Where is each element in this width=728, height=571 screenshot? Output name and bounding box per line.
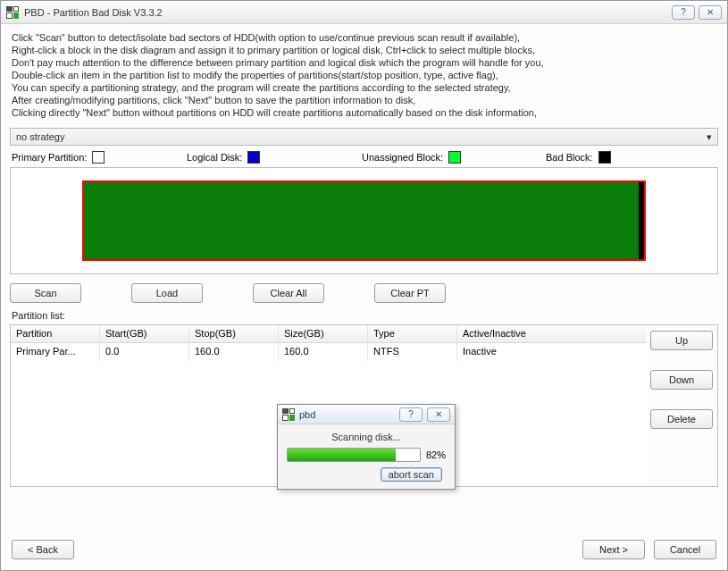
next-button[interactable]: Next > [582, 540, 645, 559]
legend-unassigned-label: Unassigned Block: [362, 152, 443, 163]
disk-diagram[interactable] [82, 181, 646, 261]
dialog-close-button[interactable]: ✕ [427, 407, 450, 422]
td-active: Inactive [457, 343, 646, 361]
cancel-button[interactable]: Cancel [654, 540, 716, 559]
legend-bad-swatch [598, 151, 611, 164]
dialog-title: pbd [299, 409, 395, 420]
legend-unassigned-swatch [448, 151, 461, 164]
legend-bad-label: Bad Block: [546, 152, 593, 163]
instruction-line: Clicking directly "Next" button without … [12, 106, 718, 119]
instruction-line: Click "Scan" button to detect/isolate ba… [12, 31, 718, 44]
instruction-line: You can specify a partitioning strategy,… [12, 81, 718, 94]
table-row[interactable]: Primary Par... 0.0 160.0 160.0 NTFS Inac… [11, 343, 646, 361]
scan-status-text: Scanning disk... [331, 432, 401, 442]
action-button-row: Scan Load Clear All Clear PT [10, 283, 718, 303]
strategy-selected-value: no strategy [11, 129, 701, 145]
legend-primary-swatch [92, 151, 105, 164]
instruction-line: After creating/modifying partitions, cli… [12, 94, 718, 106]
th-size[interactable]: Size(GB) [279, 325, 368, 342]
dialog-titlebar: pbd ? ✕ [278, 405, 455, 424]
wizard-footer: < Back Next > Cancel [10, 531, 718, 561]
disk-block-bad[interactable] [639, 182, 644, 259]
clear-pt-button[interactable]: Clear PT [374, 283, 446, 303]
partition-list-label: Partition list: [12, 310, 718, 321]
scan-progress-dialog: pbd ? ✕ Scanning disk... 82% abort scan [277, 404, 456, 490]
close-button[interactable]: ✕ [699, 5, 722, 20]
delete-button[interactable]: Delete [650, 409, 713, 429]
legend-logical-label: Logical Disk: [187, 152, 242, 163]
load-button[interactable]: Load [131, 283, 203, 303]
help-button[interactable]: ? [672, 5, 695, 20]
th-active[interactable]: Active/Inactive [457, 325, 646, 342]
table-side-buttons: Up Down Delete [646, 325, 717, 486]
td-partition: Primary Par... [11, 343, 100, 361]
dialog-help-button[interactable]: ? [399, 407, 423, 422]
chevron-down-icon: ▾ [701, 129, 717, 145]
td-size: 160.0 [279, 343, 368, 361]
disk-diagram-container [10, 167, 718, 274]
down-button[interactable]: Down [650, 370, 713, 390]
abort-scan-button[interactable]: abort scan [381, 467, 442, 482]
dialog-body: Scanning disk... 82% abort scan [278, 424, 455, 489]
back-button[interactable]: < Back [12, 540, 74, 559]
app-icon [6, 6, 19, 19]
window-controls: ? ✕ [672, 5, 722, 20]
instruction-line: Right-click a block in the disk diagram … [12, 44, 718, 56]
clear-all-button[interactable]: Clear All [253, 283, 324, 303]
titlebar: PBD - Partition Bad Disk V3.3.2 ? ✕ [1, 1, 727, 24]
window-title: PBD - Partition Bad Disk V3.3.2 [24, 7, 666, 18]
progress-percent: 82% [426, 449, 446, 460]
progress-bar [287, 448, 421, 462]
th-start[interactable]: Start(GB) [100, 325, 189, 342]
scan-button[interactable]: Scan [10, 283, 81, 303]
progress-fill [288, 449, 396, 461]
up-button[interactable]: Up [650, 331, 713, 350]
th-type[interactable]: Type [368, 325, 457, 342]
app-icon [282, 408, 295, 421]
td-type: NTFS [368, 343, 457, 361]
disk-block-primary[interactable] [84, 182, 639, 259]
instruction-line: Don't pay much attention to the differen… [12, 56, 718, 69]
th-partition[interactable]: Partition [11, 325, 100, 342]
td-stop: 160.0 [189, 343, 279, 361]
legend-primary-label: Primary Partition: [12, 152, 87, 163]
legend-logical-swatch [247, 151, 260, 164]
instruction-line: Double-click an item in the partition li… [12, 69, 718, 81]
th-stop[interactable]: Stop(GB) [189, 325, 279, 342]
table-header: Partition Start(GB) Stop(GB) Size(GB) Ty… [11, 325, 646, 343]
strategy-dropdown[interactable]: no strategy ▾ [10, 128, 718, 146]
instructions-text: Click "Scan" button to detect/isolate ba… [12, 31, 718, 119]
td-start: 0.0 [100, 343, 189, 361]
legend: Primary Partition: Logical Disk: Unassig… [12, 151, 716, 164]
